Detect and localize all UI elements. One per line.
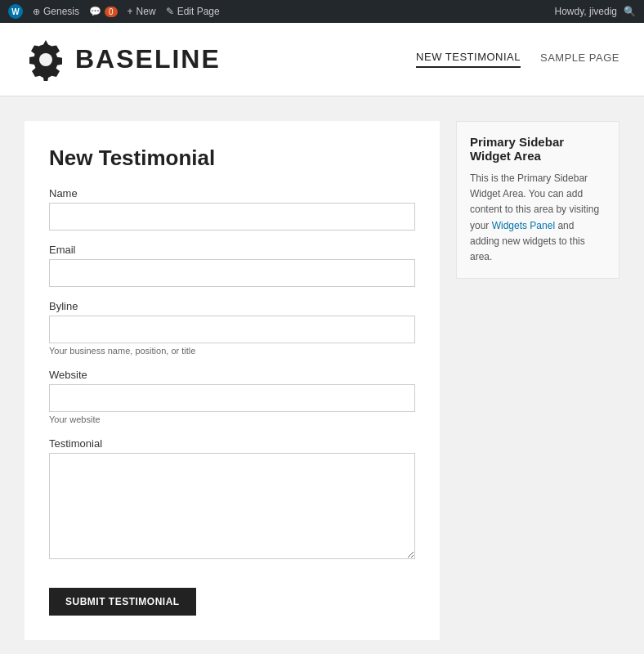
howdy-link[interactable]: Howdy, jivedig: [555, 6, 617, 17]
main-wrapper: New Testimonial Name Email Byline Your b…: [0, 96, 644, 654]
content-area: New Testimonial Name Email Byline Your b…: [25, 121, 440, 640]
admin-bar: W ⊕ Genesis 💬 0 + New ✎ Edit Page Howdy,…: [0, 0, 644, 23]
website-group: Website Your website: [49, 369, 415, 424]
byline-input[interactable]: [49, 316, 415, 343]
byline-label: Byline: [49, 300, 415, 312]
name-input[interactable]: [49, 203, 415, 231]
page-title: New Testimonial: [49, 146, 415, 171]
sidebar-widget: Primary Sidebar Widget Area This is the …: [456, 121, 619, 279]
submit-button[interactable]: SUBMIT TESTIMONIAL: [49, 588, 196, 616]
logo-gear-icon: [25, 38, 67, 81]
genesis-icon: ⊕: [33, 7, 40, 17]
email-group: Email: [49, 244, 415, 287]
website-label: Website: [49, 369, 415, 381]
widgets-panel-link[interactable]: Widgets Panel: [492, 220, 555, 231]
sidebar: Primary Sidebar Widget Area This is the …: [456, 121, 619, 640]
nav-sample-page[interactable]: SAMPLE PAGE: [540, 52, 619, 67]
website-hint: Your website: [49, 414, 415, 424]
admin-bar-search-icon[interactable]: 🔍: [624, 6, 636, 17]
email-input[interactable]: [49, 259, 415, 287]
site-nav: NEW TESTIMONIAL SAMPLE PAGE: [416, 51, 619, 68]
wp-icon: W: [8, 4, 23, 19]
testimonial-textarea[interactable]: [49, 453, 415, 559]
new-link[interactable]: + New: [127, 6, 156, 17]
edit-icon: ✎: [166, 6, 174, 17]
site-logo[interactable]: BASELINE: [25, 38, 221, 81]
name-label: Name: [49, 187, 415, 199]
website-input[interactable]: [49, 384, 415, 412]
site-header: BASELINE NEW TESTIMONIAL SAMPLE PAGE: [0, 23, 644, 96]
name-group: Name: [49, 187, 415, 231]
admin-bar-right: Howdy, jivedig 🔍: [555, 6, 636, 17]
genesis-link[interactable]: ⊕ Genesis: [33, 6, 79, 17]
byline-group: Byline Your business name, position, or …: [49, 300, 415, 356]
comments-link[interactable]: 💬 0: [89, 6, 118, 17]
comment-icon: 💬: [89, 6, 101, 17]
testimonial-label: Testimonial: [49, 437, 415, 450]
logo-text: BASELINE: [75, 44, 221, 74]
byline-hint: Your business name, position, or title: [49, 346, 415, 356]
comment-count: 0: [105, 7, 118, 17]
sidebar-widget-text: This is the Primary Sidebar Widget Area.…: [470, 171, 606, 265]
plus-icon: +: [127, 6, 133, 17]
testimonial-group: Testimonial: [49, 437, 415, 562]
nav-new-testimonial[interactable]: NEW TESTIMONIAL: [416, 51, 521, 68]
email-label: Email: [49, 244, 415, 256]
edit-page-link[interactable]: ✎ Edit Page: [166, 6, 220, 17]
sidebar-widget-title: Primary Sidebar Widget Area: [470, 135, 606, 163]
wp-logo-button[interactable]: W: [8, 4, 23, 19]
testimonial-form: Name Email Byline Your business name, po…: [49, 187, 415, 616]
